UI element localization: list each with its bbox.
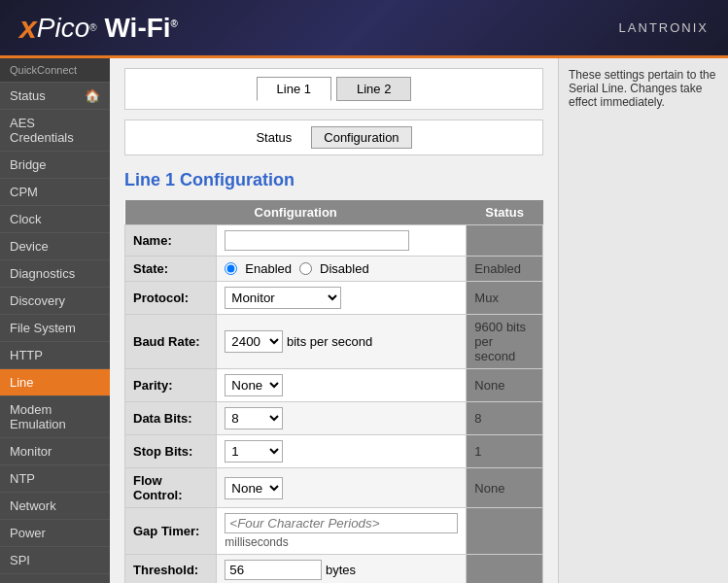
status-config-row: Status Configuration [124,120,543,155]
app-header: xPico® Wi-Fi® LANTRONIX [0,0,728,58]
sidebar-item-power[interactable]: Power [0,520,110,547]
stop-bits-label: Stop Bits: [125,435,217,468]
status-col-header: Status [467,200,543,225]
sidebar-item-file-system[interactable]: File System [0,315,110,342]
sidebar-item-monitor[interactable]: Monitor [0,438,110,465]
sidebar: QuickConnect Status 🏠 AES Credentials Br… [0,58,110,583]
sidebar-item-tunnel[interactable]: Tunnel [0,574,110,583]
sidebar-item-cpm[interactable]: CPM [0,179,110,206]
logo: xPico® Wi-Fi® [19,10,178,46]
home-icon: 🏠 [85,88,100,103]
table-row: Threshold: bytes [125,555,543,584]
threshold-status [467,555,543,584]
parity-status: None [467,369,543,402]
config-col-header: Configuration [125,200,467,225]
config-table: Configuration Status Name: State: [124,200,543,583]
logo-x: x [19,10,37,46]
parity-select[interactable]: None Even Odd [225,374,283,396]
stop-bits-select[interactable]: 1 2 [225,440,283,463]
line-tabs: Line 1 Line 2 [124,68,543,110]
sidebar-item-bridge[interactable]: Bridge [0,152,110,179]
sidebar-item-diagnostics[interactable]: Diagnostics [0,260,110,288]
threshold-cell: bytes [217,555,467,584]
table-row: Stop Bits: 1 2 1 [125,435,543,468]
sidebar-item-modem-emulation[interactable]: Modem Emulation [0,396,110,438]
threshold-label: Threshold: [125,555,217,584]
stop-bits-status: 1 [467,435,543,468]
sidebar-item-line[interactable]: Line [0,369,110,396]
baud-rate-cell: 2400 9600 19200 38400 115200 bits per se… [217,315,467,369]
table-row: Gap Timer: milliseconds [125,508,543,555]
table-row: State: Enabled Disabled Enabled [125,257,543,282]
sidebar-item-quickconnect[interactable]: QuickConnect [0,58,110,83]
sidebar-item-discovery[interactable]: Discovery [0,288,110,315]
name-input[interactable] [225,230,409,251]
flow-control-status: None [467,468,543,508]
brand-name: LANTRONIX [619,20,709,35]
data-bits-label: Data Bits: [125,402,217,435]
table-row: Name: [125,225,543,257]
table-row: Baud Rate: 2400 9600 19200 38400 115200 … [125,315,543,369]
tab-line1[interactable]: Line 1 [257,77,331,101]
tab-line2[interactable]: Line 2 [336,77,411,101]
parity-label: Parity: [125,369,217,402]
gap-timer-input[interactable] [225,513,458,533]
gap-timer-cell: milliseconds [217,508,467,555]
baud-rate-select[interactable]: 2400 9600 19200 38400 115200 [225,330,283,353]
right-panel-text: These settings pertain to the Serial Lin… [569,68,715,109]
logo-wifi: Wi-Fi® [97,13,178,44]
sidebar-item-network[interactable]: Network [0,493,110,520]
table-row: Parity: None Even Odd None [125,369,543,402]
sidebar-item-aes-credentials[interactable]: AES Credentials [0,110,110,152]
flow-control-cell: None Hardware Software [217,468,467,508]
state-enabled-radio[interactable] [225,262,237,275]
gap-timer-status [467,508,543,555]
protocol-select[interactable]: Monitor None Serial Mux [225,287,341,309]
flow-control-label: Flow Control: [125,468,217,508]
data-bits-select[interactable]: 8 7 6 5 [225,407,283,429]
baud-rate-status: 9600 bits per second [467,315,543,369]
logo-pico: Pico [37,13,89,44]
sidebar-item-clock[interactable]: Clock [0,206,110,233]
baud-rate-unit: bits per second [287,334,372,349]
sidebar-item-device[interactable]: Device [0,233,110,260]
table-row: Protocol: Monitor None Serial Mux Mux [125,282,543,315]
state-disabled-label: Disabled [320,261,369,276]
sidebar-item-ntp[interactable]: NTP [0,465,110,493]
state-label: State: [125,257,217,282]
name-cell [217,225,467,257]
sidebar-item-status[interactable]: Status 🏠 [0,83,110,110]
state-radio-group: Enabled Disabled [225,261,458,276]
state-disabled-radio[interactable] [299,262,312,275]
table-row: Flow Control: None Hardware Software Non… [125,468,543,508]
name-status [467,225,543,257]
gap-timer-label: Gap Timer: [125,508,217,555]
stop-bits-cell: 1 2 [217,435,467,468]
sidebar-item-http[interactable]: HTTP [0,342,110,369]
protocol-cell: Monitor None Serial Mux [217,282,467,315]
threshold-input[interactable] [225,560,322,580]
protocol-label: Protocol: [125,282,217,315]
status-label: Status [256,130,292,145]
name-label: Name: [125,225,217,257]
baud-rate-label: Baud Rate: [125,315,217,369]
main-layout: QuickConnect Status 🏠 AES Credentials Br… [0,58,728,583]
data-bits-cell: 8 7 6 5 [217,402,467,435]
data-bits-status: 8 [467,402,543,435]
page-title: Line 1 Configuration [124,170,543,190]
main-content: Line 1 Line 2 Status Configuration Line … [110,58,558,583]
protocol-status: Mux [467,282,543,315]
state-cell: Enabled Disabled [217,257,467,282]
sidebar-item-spi[interactable]: SPI [0,547,110,574]
logo-reg: ® [89,22,96,33]
parity-cell: None Even Odd [217,369,467,402]
state-status: Enabled [467,257,543,282]
flow-control-select[interactable]: None Hardware Software [225,477,283,499]
gap-timer-unit: milliseconds [225,535,288,549]
configuration-button[interactable]: Configuration [311,126,411,149]
threshold-unit: bytes [326,563,356,577]
state-enabled-label: Enabled [245,261,292,276]
right-panel: These settings pertain to the Serial Lin… [558,58,728,583]
table-row: Data Bits: 8 7 6 5 8 [125,402,543,435]
